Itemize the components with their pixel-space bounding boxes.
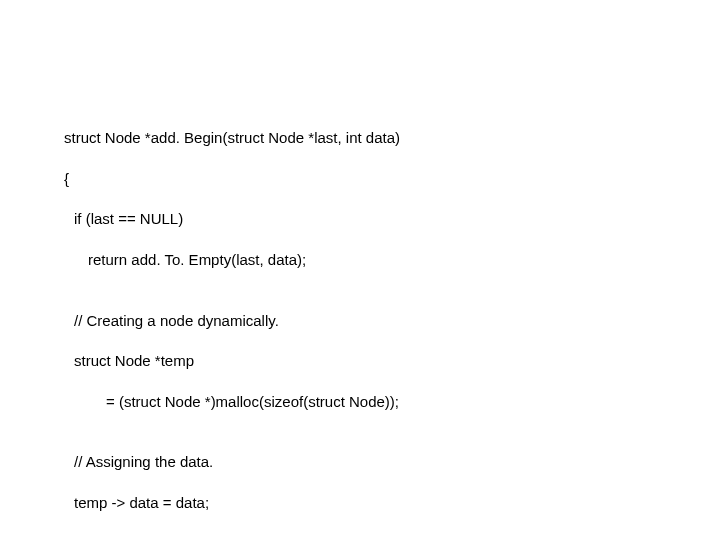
code-line: return add. To. Empty(last, data); bbox=[64, 250, 400, 270]
code-line: = (struct Node *)malloc(sizeof(struct No… bbox=[64, 392, 400, 412]
code-line: struct Node *temp bbox=[64, 351, 400, 371]
code-line: if (last == NULL) bbox=[64, 209, 400, 229]
code-line: struct Node *add. Begin(struct Node *las… bbox=[64, 128, 400, 148]
code-line: temp -> data = data; bbox=[64, 493, 400, 513]
code-line: // Creating a node dynamically. bbox=[64, 311, 400, 331]
code-line: { bbox=[64, 169, 400, 189]
code-listing: struct Node *add. Begin(struct Node *las… bbox=[64, 108, 400, 540]
code-line: // Assigning the data. bbox=[64, 452, 400, 472]
